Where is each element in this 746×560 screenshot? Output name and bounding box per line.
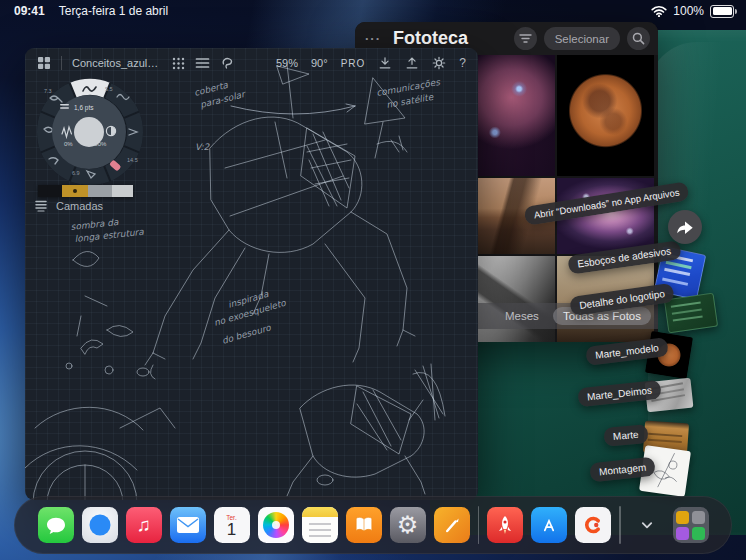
chevron-down-icon [635,513,659,537]
battery-percent: 100% [673,4,704,18]
dock-concepts-icon[interactable] [434,507,470,543]
line-weight-value: 1,6 pts [74,104,94,112]
tool-wheel[interactable]: 7.3 5.5 14.5 6.9 1,6 pts 0% 100% [35,77,145,187]
segment-value: 5.5 [105,86,113,92]
toolbar-divider [61,56,62,70]
swatch-gray[interactable] [88,185,112,197]
smoothing-value: 0% [64,141,73,147]
photo-mars-planet[interactable] [557,55,654,176]
dock-settings-icon[interactable]: ⚙ [390,507,426,543]
sticker-marks [671,302,701,308]
color-preview[interactable] [74,117,104,147]
dock-app-store-icon[interactable] [531,507,567,543]
pro-badge[interactable]: PRO [341,58,366,69]
share-forward-button[interactable] [668,210,702,244]
annotation-inspired-3: do besouro [221,322,273,346]
concepts-window: coberta para-solar comunicações no satél… [25,48,478,500]
notes-yellow-band [302,507,338,517]
dock-rocket-app-icon[interactable] [487,507,523,543]
app-library-mini-grid [676,511,705,540]
document-title[interactable]: Conceitos_azul… [72,57,158,69]
swatch-black[interactable] [38,185,62,197]
layers-list-button[interactable] [195,57,210,69]
swatch-light-gray[interactable] [112,185,133,197]
projects-grid-button[interactable] [37,56,51,70]
dock-music-icon[interactable]: ♫ [126,507,162,543]
gear-glyph: ⚙ [397,513,419,537]
select-button[interactable]: Selecionar [544,27,620,50]
battery-icon [710,5,734,18]
music-note-glyph: ♫ [136,514,150,536]
settings-gear-icon[interactable] [432,56,446,70]
calendar-day: 1 [227,521,236,539]
fototeca-title: Fototeca [393,28,468,49]
dock-divider [478,506,480,544]
forward-arrow-icon [675,218,695,236]
dock-calendar-icon[interactable]: Ter. 1 [214,507,250,543]
photos-flower-glyph [263,512,289,538]
grid-settings-button[interactable] [172,57,185,70]
notes-lines [309,523,331,525]
wifi-icon [651,5,667,17]
export-button[interactable] [405,56,419,70]
filter-button[interactable] [514,27,537,50]
segment-value: 14.5 [127,157,138,163]
dock-divider [619,506,621,544]
annotation-version: V:2 [195,142,210,152]
dock-app-library-icon[interactable] [673,507,709,543]
ipad-screen: 09:41 Terça-feira 1 de abril 100% Meses … [0,0,746,560]
layers-icon [34,200,48,212]
dock-mail-icon[interactable] [170,507,206,543]
help-button[interactable]: ? [459,56,466,70]
segment-value: 6.9 [72,170,80,176]
drag-item-label[interactable]: Marte [603,424,648,447]
color-swatch-bar [38,185,133,197]
clock: 09:41 [14,4,45,18]
date: Terça-feira 1 de abril [59,4,168,18]
dock-photos-icon[interactable] [258,507,294,543]
dock: ♫ Ter. 1 ⚙ [14,496,732,554]
sketch-marks [648,433,682,437]
zoom-level[interactable]: 59% [276,57,298,69]
dock-safari-icon[interactable] [82,507,118,543]
layers-panel-button[interactable]: Camadas [34,200,103,212]
dock-notes-icon[interactable] [302,507,338,543]
dock-books-icon[interactable] [346,507,382,543]
swatch-selected-dot [73,189,77,193]
segment-value: 7.3 [44,88,52,94]
status-bar: 09:41 Terça-feira 1 de abril 100% [0,0,746,22]
layers-label: Camadas [56,200,103,212]
more-options-button[interactable]: ··· [365,31,381,46]
swatch-gold-selected[interactable] [62,185,88,197]
tab-meses[interactable]: Meses [495,307,549,325]
dock-messages-icon[interactable] [38,507,74,543]
import-button[interactable] [378,56,392,70]
rotation-value[interactable]: 90° [311,57,328,69]
dock-collapse-chevron[interactable] [629,507,665,543]
search-icon[interactable] [627,27,650,50]
concepts-toolbar: Conceitos_azul… 59% 90° PRO [25,48,478,78]
dock-fototeca-app-icon[interactable] [575,507,611,543]
selection-lasso-button[interactable] [220,56,234,70]
